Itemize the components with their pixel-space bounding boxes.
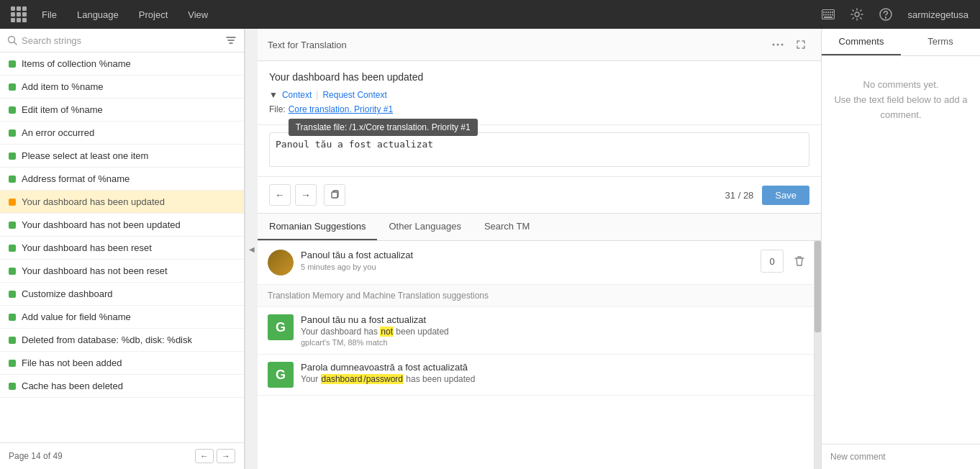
nav-menu-view[interactable]: View bbox=[178, 0, 218, 29]
search-input[interactable] bbox=[22, 35, 221, 46]
tab-other-languages[interactable]: Other Languages bbox=[377, 214, 472, 240]
sidebar-item-text-8: Your dashboard has not been updated bbox=[22, 219, 181, 230]
sidebar-prev-button[interactable]: ← bbox=[195, 449, 214, 463]
user-suggestion-item: Panoul tău a fost actualizat 5 minutes a… bbox=[258, 241, 821, 285]
user-avatar bbox=[268, 250, 294, 276]
tm-body-1: Panoul tău nu a fost actualizat Your das… bbox=[301, 314, 811, 347]
sidebar-item-6[interactable]: Address format of %name bbox=[0, 168, 244, 191]
sidebar-item-13[interactable]: Deleted from database: %db, disk: %disk bbox=[0, 329, 244, 352]
username-display[interactable]: sarmizegetusa bbox=[902, 9, 974, 20]
sidebar-item-text-3: Edit item of %name bbox=[22, 104, 103, 115]
file-tooltip: Translate file: /1.x/Core translation. P… bbox=[289, 119, 478, 136]
nav-menu-file[interactable]: File bbox=[32, 0, 67, 29]
more-options-button[interactable] bbox=[768, 35, 788, 55]
app-grid-button[interactable] bbox=[6, 0, 32, 29]
context-row: ▼ Context | Request Context bbox=[269, 90, 809, 100]
keyboard-icon-button[interactable] bbox=[815, 1, 841, 27]
tm-source-1: Your dashboard has not been updated bbox=[301, 327, 811, 337]
svg-rect-8 bbox=[827, 14, 829, 16]
sidebar-item-10[interactable]: Your dashboard has not been reset bbox=[0, 260, 244, 283]
suggestion-score-area: 0 bbox=[761, 250, 811, 273]
suggestion-main-text[interactable]: Panoul tău a fost actualizat bbox=[301, 250, 753, 260]
right-panel-content: No comments yet. Use the text field belo… bbox=[822, 56, 980, 444]
tab-terms[interactable]: Terms bbox=[901, 29, 980, 55]
suggestion-meta: 5 minutes ago by you bbox=[301, 263, 753, 271]
sidebar-item-7[interactable]: Your dashboard has been updated bbox=[0, 191, 244, 214]
right-panel-bottom: New comment bbox=[822, 444, 980, 469]
sidebar-next-button[interactable]: → bbox=[217, 449, 235, 463]
tm-suggestion-text-2[interactable]: Parola dumneavoastră a fost actualizată bbox=[301, 362, 811, 373]
svg-rect-11 bbox=[824, 17, 832, 18]
sidebar-item-text-11: Customize dashboard bbox=[22, 288, 112, 299]
sidebar-item-text-7: Your dashboard has been updated bbox=[22, 196, 165, 207]
sidebar-dot-2 bbox=[9, 83, 16, 91]
tab-romanian-suggestions[interactable]: Romanian Suggestions bbox=[258, 214, 377, 240]
search-icon bbox=[7, 35, 17, 45]
sidebar-pagination: ← → bbox=[195, 449, 235, 463]
sidebar-item-text-13: Deleted from database: %db, disk: %disk bbox=[22, 334, 192, 345]
tm-suggestion-text-1[interactable]: Panoul tău nu a fost actualizat bbox=[301, 314, 811, 325]
grid-icon bbox=[11, 6, 27, 22]
help-icon-button[interactable] bbox=[873, 1, 899, 27]
suggestion-body: Panoul tău a fost actualizat 5 minutes a… bbox=[301, 250, 753, 271]
save-button[interactable]: Save bbox=[762, 186, 809, 205]
sidebar-item-9[interactable]: Your dashboard has been reset bbox=[0, 237, 244, 260]
next-translation-button[interactable]: → bbox=[295, 184, 317, 206]
sidebar-item-text-5: Please select at least one item bbox=[22, 150, 148, 161]
svg-rect-9 bbox=[830, 14, 831, 16]
sidebar-item-14[interactable]: File has not been added bbox=[0, 352, 244, 375]
expand-button[interactable] bbox=[791, 35, 811, 55]
sidebar-dot-3 bbox=[9, 106, 16, 114]
sidebar-item-text-15: Cache has been deleted bbox=[22, 381, 123, 391]
highlight-not: not bbox=[380, 327, 394, 337]
translation-input[interactable]: Panoul tău a fost actualizat bbox=[269, 132, 809, 167]
svg-rect-2 bbox=[825, 12, 827, 13]
sidebar-item-3[interactable]: Edit item of %name bbox=[0, 99, 244, 122]
sidebar-dot-12 bbox=[9, 314, 16, 321]
tm-source-2: Your dashboard/password has been updated bbox=[301, 374, 811, 384]
sidebar-item-8[interactable]: Your dashboard has not been updated bbox=[0, 214, 244, 237]
sidebar-item-2[interactable]: Add item to %name bbox=[0, 76, 244, 99]
tm-match-info-1: gplcart's TM, 88% match bbox=[301, 338, 811, 347]
nav-menu-language[interactable]: Language bbox=[67, 0, 129, 29]
sidebar: Items of collection %name Add item to %n… bbox=[0, 29, 245, 469]
file-link[interactable]: Core translation. Priority #1 bbox=[289, 104, 393, 114]
translation-nav-arrows: ← → bbox=[269, 184, 345, 206]
request-context-link[interactable]: Request Context bbox=[322, 90, 386, 100]
sidebar-item-4[interactable]: An error occurred bbox=[0, 122, 244, 145]
sidebar-item-12[interactable]: Add value for field %name bbox=[0, 306, 244, 329]
settings-icon-button[interactable] bbox=[844, 1, 870, 27]
sidebar-dot-8 bbox=[9, 222, 16, 229]
file-label: File: bbox=[269, 104, 286, 114]
filter-icon[interactable] bbox=[225, 35, 237, 46]
svg-rect-6 bbox=[823, 14, 825, 16]
sidebar-item-5[interactable]: Please select at least one item bbox=[0, 145, 244, 168]
new-comment-label: New comment bbox=[830, 452, 971, 462]
svg-line-15 bbox=[14, 42, 17, 45]
translation-header-title: Text for Translation bbox=[268, 40, 768, 50]
tab-search-tm[interactable]: Search TM bbox=[473, 214, 541, 240]
sidebar-item-text-4: An error occurred bbox=[22, 127, 94, 138]
source-text-area: Your dashboard has been updated ▼ Contex… bbox=[258, 61, 821, 125]
sidebar-item-1[interactable]: Items of collection %name bbox=[0, 53, 244, 76]
source-text: Your dashboard has been updated bbox=[269, 71, 809, 83]
tab-comments[interactable]: Comments bbox=[822, 29, 901, 55]
copy-source-button[interactable] bbox=[324, 184, 345, 206]
svg-rect-3 bbox=[827, 12, 829, 13]
scrollbar-thumb[interactable] bbox=[815, 241, 821, 332]
scrollbar-track[interactable] bbox=[814, 241, 821, 469]
sidebar-dot-14 bbox=[9, 360, 16, 367]
nav-menu-project[interactable]: Project bbox=[129, 0, 178, 29]
sidebar-item-text-14: File has not been added bbox=[22, 358, 122, 368]
no-comments-line1: No comments yet. bbox=[833, 78, 968, 93]
sidebar-item-11[interactable]: Customize dashboard bbox=[0, 283, 244, 306]
delete-suggestion-button[interactable] bbox=[788, 250, 811, 273]
sidebar-item-15[interactable]: Cache has been deleted bbox=[0, 375, 244, 398]
prev-translation-button[interactable]: ← bbox=[269, 184, 291, 206]
context-link[interactable]: Context bbox=[282, 90, 312, 100]
no-comments-line2: Use the text field below to add a commen… bbox=[833, 93, 968, 123]
sidebar-item-text-9: Your dashboard has been reset bbox=[22, 242, 152, 253]
svg-rect-1 bbox=[823, 12, 825, 13]
nav-menu: File Language Project View bbox=[32, 0, 218, 29]
collapse-sidebar-button[interactable]: ◀ bbox=[245, 29, 258, 469]
